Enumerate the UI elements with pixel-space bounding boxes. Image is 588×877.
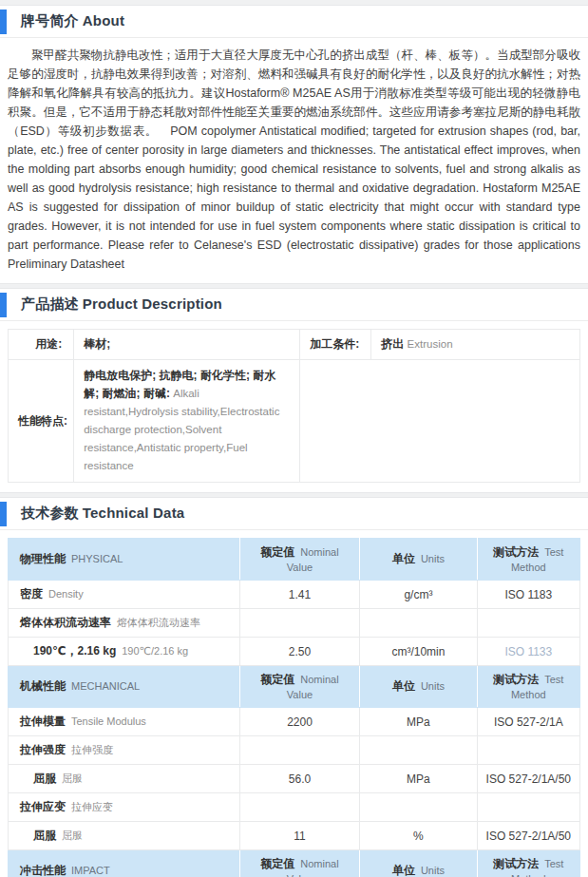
units-cell: MPa [360, 708, 477, 736]
test-method-cell [477, 793, 579, 822]
nominal-value-cell: 1.41 [239, 581, 359, 609]
test-method-cell: ISO 1133 [477, 638, 579, 666]
property-name-zh: 190℃，2.16 kg [33, 644, 116, 658]
column-header-units-en: Units [421, 680, 445, 692]
technical-section-body: 物理性能PHYSICAL额定值Nominal Value单位Units测试方法T… [0, 530, 588, 877]
description-section-body: 用途: 棒材; 加工条件: 挤出 Extrusion 性能特点: 静电放电保护;… [0, 321, 588, 492]
column-header-units: 单位Units [360, 666, 477, 708]
column-header-method: 测试方法Test Method [477, 850, 579, 877]
property-name-en: 拉伸强度 [71, 744, 113, 755]
column-header-method: 测试方法Test Method [477, 539, 579, 581]
test-method-cell: ISO 527-2/1A [477, 708, 579, 736]
table-row: 熔体体积流动速率熔体体积流动速率 [9, 609, 580, 638]
property-name-en: 拉伸应变 [71, 801, 113, 812]
group-name-cell: 冲击性能IMPACT [9, 850, 240, 877]
group-name-cell: 机械性能MECHANICAL [9, 666, 240, 708]
property-name-cell: 熔体体积流动速率熔体体积流动速率 [9, 609, 240, 638]
property-name-cell: 屈服屈服 [9, 765, 240, 793]
nominal-value-cell [239, 609, 359, 638]
property-name-zh: 密度 [20, 587, 43, 601]
nominal-value-cell: 2.50 [239, 638, 359, 666]
column-header-nominal-zh: 额定值 [260, 673, 294, 686]
section-accent-bar [0, 502, 7, 526]
column-header-units: 单位Units [360, 850, 477, 877]
property-name-en: Density [48, 588, 84, 600]
column-header-method-zh: 测试方法 [493, 673, 539, 686]
processing-label: 加工条件: [300, 330, 371, 360]
column-header-units-en: Units [421, 553, 445, 564]
usage-value-text: 棒材; [84, 337, 110, 351]
group-name-zh: 物理性能 [20, 552, 66, 565]
group-name-cell: 物理性能PHYSICAL [9, 539, 240, 581]
processing-value-en: Extrusion [408, 338, 453, 350]
nominal-value-cell: 11 [239, 822, 359, 850]
property-name-en: 熔体体积流动速率 [117, 617, 200, 628]
property-name-en: Tensile Modulus [71, 715, 146, 727]
column-header-nominal: 额定值Nominal Value [239, 539, 359, 581]
technical-section-title: 技术参数Technical Data [21, 505, 184, 523]
column-header-method-zh: 测试方法 [493, 857, 539, 870]
property-name-zh: 拉伸强度 [20, 743, 66, 756]
test-method-link[interactable]: ISO 1133 [504, 645, 552, 658]
table-group-header-row: 冲击性能IMPACT额定值Nominal Value单位Units测试方法Tes… [9, 850, 580, 877]
features-value: 静电放电保护; 抗静电; 耐化学性; 耐水解; 耐燃油; 耐碱: Alkali … [74, 360, 300, 483]
test-method-cell [477, 609, 579, 638]
group-name-zh: 机械性能 [20, 679, 66, 693]
units-cell [360, 736, 477, 765]
test-method-cell: ISO 527-2/1A/50 [477, 822, 579, 850]
description-title-en: Product Description [83, 296, 222, 312]
column-header-nominal: 额定值Nominal Value [239, 850, 359, 877]
test-method-cell: ISO 1183 [477, 581, 579, 609]
about-section-body: 聚甲醛共聚物抗静电改性；适用于大直径大厚度无中心孔的挤出成型（杆、棒、板等）。当… [0, 38, 588, 283]
description-title-zh: 产品描述 [21, 296, 79, 312]
about-title-en: About [83, 12, 124, 29]
property-name-zh: 屈服 [33, 829, 56, 842]
table-group-header-row: 机械性能MECHANICAL额定值Nominal Value单位Units测试方… [9, 666, 580, 708]
empty-cell [300, 360, 580, 483]
nominal-value-cell [239, 793, 359, 822]
table-row: 拉伸强度拉伸强度 [9, 736, 580, 765]
units-cell [360, 793, 477, 822]
technical-title-en: Technical Data [83, 505, 185, 521]
property-name-cell: 拉伸应变拉伸应变 [9, 793, 240, 822]
table-row: 性能特点: 静电放电保护; 抗静电; 耐化学性; 耐水解; 耐燃油; 耐碱: A… [9, 360, 580, 483]
table-row: 屈服屈服56.0MPaISO 527-2/1A/50 [9, 765, 580, 793]
description-section-title: 产品描述Product Description [21, 296, 222, 314]
units-cell: % [360, 822, 477, 850]
property-name-zh: 屈服 [33, 772, 56, 785]
property-name-zh: 拉伸应变 [20, 800, 66, 813]
section-accent-bar [0, 10, 7, 34]
column-header-nominal-zh: 额定值 [260, 545, 294, 559]
table-group-header-row: 物理性能PHYSICAL额定值Nominal Value单位Units测试方法T… [9, 539, 580, 581]
about-title-zh: 牌号简介 [21, 12, 79, 29]
column-header-method-zh: 测试方法 [493, 545, 539, 559]
property-name-en: 屈服 [62, 829, 83, 841]
group-name-en: PHYSICAL [71, 553, 123, 564]
product-description-section: 产品描述Product Description 用途: 棒材; 加工条件: 挤出… [0, 289, 588, 492]
usage-value: 棒材; [74, 330, 300, 360]
test-method-cell [477, 736, 579, 765]
table-row: 用途: 棒材; 加工条件: 挤出 Extrusion [9, 330, 580, 360]
table-row: 密度Density1.41g/cm³ISO 1183 [9, 581, 580, 609]
property-name-zh: 拉伸模量 [20, 715, 66, 728]
table-row: 屈服屈服11%ISO 527-2/1A/50 [9, 822, 580, 850]
nominal-value-cell: 56.0 [239, 765, 359, 793]
property-name-cell: 屈服屈服 [9, 822, 240, 850]
units-cell [360, 609, 477, 638]
column-header-method: 测试方法Test Method [477, 666, 579, 708]
group-name-en: IMPACT [71, 865, 110, 876]
column-header-units-zh: 单位 [392, 679, 415, 693]
about-section-title: 牌号简介About [21, 12, 124, 30]
product-description-table: 用途: 棒材; 加工条件: 挤出 Extrusion 性能特点: 静电放电保护;… [8, 329, 580, 483]
group-name-en: MECHANICAL [71, 680, 140, 692]
about-paragraph: 聚甲醛共聚物抗静电改性；适用于大直径大厚度无中心孔的挤出成型（杆、棒、板等）。当… [8, 46, 580, 274]
technical-data-table: 物理性能PHYSICAL额定值Nominal Value单位Units测试方法T… [8, 538, 580, 877]
features-label: 性能特点: [9, 360, 74, 483]
processing-value-zh: 挤出 [381, 337, 404, 351]
units-cell: MPa [360, 765, 477, 793]
units-cell: g/cm³ [360, 581, 477, 609]
column-header-units-zh: 单位 [392, 552, 415, 565]
column-header-units-en: Units [421, 865, 445, 876]
technical-section-header: 技术参数Technical Data [0, 498, 588, 530]
column-header-units-zh: 单位 [392, 864, 415, 877]
